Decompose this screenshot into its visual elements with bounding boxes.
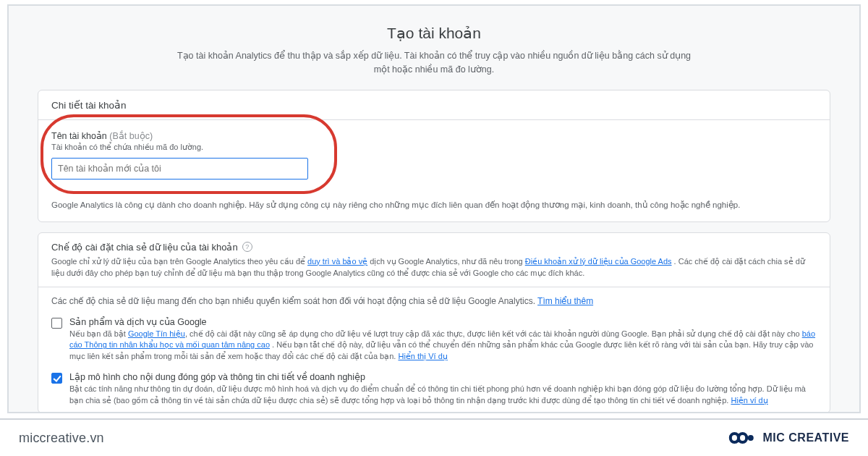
data-sharing-card: Chế độ cài đặt chia sẻ dữ liệu của tài k…: [38, 232, 830, 414]
account-details-card: Chi tiết tài khoản Tên tài khoản (Bắt bu…: [38, 90, 830, 222]
maintain-link[interactable]: duy trì và bảo vệ: [307, 257, 367, 266]
brand-block: MIC CREATIVE: [727, 427, 849, 449]
google-signals-link[interactable]: Google Tín hiệu: [128, 329, 185, 338]
footer-domain: miccreative.vn: [19, 431, 104, 446]
business-note: Google Analytics là công cụ dành cho doa…: [38, 191, 830, 221]
option-desc-0: Nếu bạn đã bật Google Tín hiệu, chế độ c…: [69, 329, 817, 363]
account-name-input[interactable]: [51, 158, 308, 180]
account-name-help: Tài khoản có thể chứa nhiều mã đo lường.: [51, 143, 817, 152]
svg-point-0: [747, 435, 753, 441]
show-example-link-1[interactable]: Hiện ví dụ: [731, 396, 767, 405]
brand-logo-icon: [727, 427, 756, 449]
account-details-header: Chi tiết tài khoản: [38, 90, 830, 120]
footer-bar: miccreative.vn MIC CREATIVE: [0, 418, 868, 456]
account-name-label: Tên tài khoản (Bắt buộc): [51, 130, 817, 141]
show-example-link-0[interactable]: Hiển thị Ví dụ: [398, 352, 447, 360]
sharing-description: Google chỉ xử lý dữ liệu của bạn trên Go…: [38, 256, 830, 287]
option-desc-1: Bật các tính năng như thông tin dự đoán,…: [69, 384, 817, 407]
control-note: Các chế độ chia sẻ dữ liệu mang đến cho …: [38, 287, 830, 313]
help-icon[interactable]: ?: [242, 242, 252, 252]
brand-name: MIC CREATIVE: [763, 431, 849, 444]
option-title-0: Sản phẩm và dịch vụ của Google: [69, 316, 817, 327]
checkbox-google-products[interactable]: [51, 318, 62, 329]
sharing-title: Chế độ cài đặt chia sẻ dữ liệu của tài k…: [51, 242, 238, 253]
option-google-products: Sản phẩm và dịch vụ của Google Nếu bạn đ…: [38, 313, 830, 369]
option-business-insights: Lập mô hình cho nội dung đóng góp và thô…: [38, 368, 830, 413]
learn-more-link[interactable]: Tìm hiểu thêm: [537, 296, 593, 306]
page-title: Tạo tài khoản: [9, 25, 859, 42]
page-subtitle: Tạo tài khoản Analytics để thu thập và s…: [174, 49, 694, 77]
checkbox-business-insights[interactable]: [51, 373, 62, 384]
terms-link[interactable]: Điều khoản xử lý dữ liệu của Google Ads: [525, 257, 672, 266]
option-title-1: Lập mô hình cho nội dung đóng góp và thô…: [69, 371, 817, 382]
